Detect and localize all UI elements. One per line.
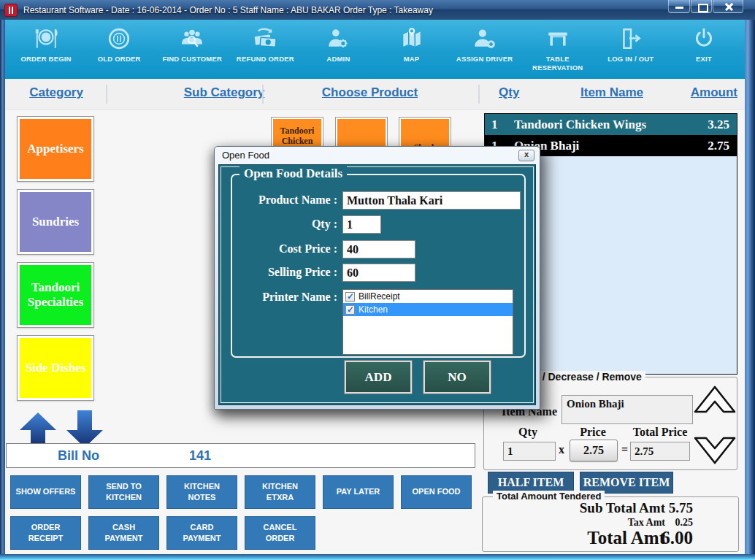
order-receipt-button[interactable]: ORDER RECEIPT <box>10 516 81 550</box>
total-price-field[interactable] <box>630 442 690 461</box>
power-icon <box>691 26 716 51</box>
open-food-button[interactable]: OPEN FOOD <box>401 475 472 509</box>
toolbar-label: REFUND ORDER <box>237 55 294 64</box>
selling-price-label: Selling Price : <box>226 266 337 279</box>
checkbox-checked-icon[interactable] <box>345 292 355 302</box>
close-button[interactable] <box>713 0 743 13</box>
toolbar-label: EXIT <box>696 55 712 64</box>
send-to-kitchen-button[interactable]: SEND TO KITCHEN <box>88 475 159 509</box>
item-name-field[interactable] <box>562 395 693 424</box>
toolbar-refund-order[interactable]: REFUND ORDER <box>229 20 302 79</box>
dialog-body: Open Food Details Product Name : Qty : C… <box>218 164 536 405</box>
order-item-name: Tandoori Chicken Wings <box>514 118 686 132</box>
order-item-amount: 2.75 <box>686 139 737 153</box>
nav-sub-category[interactable]: Sub Category <box>177 85 272 100</box>
product-name-input[interactable] <box>342 191 521 210</box>
window-border-bottom <box>0 554 755 560</box>
qty-input[interactable] <box>342 215 381 234</box>
people-search-icon <box>180 26 204 51</box>
qty-field[interactable] <box>503 442 556 461</box>
person-gear-icon <box>326 26 350 51</box>
pay-later-button[interactable]: PAY LATER <box>323 475 394 509</box>
toolbar-label: TABLE RESERVATION <box>521 55 594 72</box>
show-offers-button[interactable]: SHOW OFFERS <box>10 475 81 509</box>
order-item-amount: 3.25 <box>686 118 737 132</box>
printer-option-label: Kitchen <box>359 304 388 315</box>
category-label: Sundries <box>20 192 91 252</box>
equals-sign: = <box>621 443 628 456</box>
category-label: Side Dishes <box>20 338 91 398</box>
toolbar-order-begin[interactable]: ORDER BEGIN <box>9 20 83 79</box>
maximize-button[interactable] <box>691 0 712 13</box>
price-label: Price <box>569 426 617 439</box>
kitchen-extra-button[interactable]: KITCHEN ETXRA <box>245 475 315 509</box>
window-border-left <box>0 20 5 560</box>
nav-strip: Category Sub Category Choose Product Qty… <box>5 79 745 110</box>
plate-icon <box>34 26 58 51</box>
separator <box>478 85 480 104</box>
map-icon <box>399 26 424 51</box>
bill-no-value: 141 <box>189 448 211 464</box>
dialog-title: Open Food <box>222 150 269 161</box>
top-toolbar: ORDER BEGIN OLD ORDER FIND CUSTOMER REFU… <box>5 20 745 79</box>
toolbar-old-order[interactable]: OLD ORDER <box>83 20 156 79</box>
window-title: Restaurant Software - Date : 16-06-2014 … <box>23 5 433 15</box>
category-label: Appetisers <box>20 119 91 179</box>
no-button[interactable]: NO <box>424 361 491 394</box>
printer-option-billreceipt[interactable]: BillReceipt <box>343 290 513 303</box>
order-item-qty: 1 <box>485 118 514 132</box>
toolbar-find-customer[interactable]: FIND CUSTOMER <box>156 20 229 79</box>
qty-label: Qty <box>505 426 551 439</box>
category-sundries[interactable]: Sundries <box>17 189 94 255</box>
cash-payment-button[interactable]: CASH PAYMENT <box>88 516 159 550</box>
door-arrow-icon <box>618 26 643 51</box>
qty-label: Qty : <box>226 218 337 231</box>
cancel-order-button[interactable]: CANCEL ORDER <box>245 516 315 550</box>
table-icon <box>545 26 570 51</box>
printer-listbox: BillReceipt Kitchen <box>342 289 513 355</box>
category-tandoori-specialties[interactable]: Tandoori Specialties <box>17 262 94 328</box>
bill-no-label: Bill No <box>58 448 99 464</box>
category-appetisers[interactable]: Appetisers <box>17 116 94 182</box>
decrease-chevron-icon[interactable] <box>693 426 737 467</box>
order-row[interactable]: 1 Tandoori Chicken Wings 3.25 <box>485 114 737 135</box>
round-plate-icon <box>107 26 131 51</box>
toolbar-login-out[interactable]: LOG IN / OUT <box>594 20 667 79</box>
order-header-item-name: Item Name <box>564 85 659 100</box>
printer-option-label: BillReceipt <box>359 291 400 302</box>
bill-strip: Bill No 141 <box>6 443 475 468</box>
toolbar-label: MAP <box>404 55 420 64</box>
order-header-amount: Amount <box>691 85 737 100</box>
toolbar-admin[interactable]: ADMIN <box>302 20 375 79</box>
dialog-group-title: Open Food Details <box>239 166 347 181</box>
toolbar-assign-driver[interactable]: ASSIGN DRIVER <box>448 20 521 79</box>
separator <box>262 85 264 104</box>
cost-price-label: Cost Price : <box>226 242 337 256</box>
add-button[interactable]: ADD <box>345 361 412 394</box>
selling-price-input[interactable] <box>342 264 415 282</box>
kitchen-notes-button[interactable]: KITCHEN NOTES <box>166 475 237 509</box>
price-button[interactable]: 2.75 <box>570 440 618 461</box>
times-sign: x <box>559 443 564 456</box>
category-side-dishes[interactable]: Side Dishes <box>17 335 94 401</box>
dialog-close-icon[interactable] <box>518 150 534 161</box>
increase-chevron-icon[interactable] <box>693 383 737 423</box>
toolbar-table-reservation[interactable]: TABLE RESERVATION <box>521 20 594 79</box>
window-border-right <box>745 20 755 560</box>
app-window: Restaurant Software - Date : 16-06-2014 … <box>0 0 755 560</box>
minimize-button[interactable] <box>668 0 690 13</box>
checkbox-checked-icon[interactable] <box>345 305 355 315</box>
toolbar-exit[interactable]: EXIT <box>667 20 740 79</box>
printer-name-label: Printer Name : <box>226 291 337 304</box>
nav-choose-product[interactable]: Choose Product <box>317 85 423 100</box>
separator <box>106 85 107 104</box>
toolbar-label: OLD ORDER <box>98 55 141 64</box>
nav-category[interactable]: Category <box>20 85 93 100</box>
toolbar-label: ORDER BEGIN <box>20 55 71 64</box>
cost-price-input[interactable] <box>342 240 415 258</box>
printer-option-kitchen[interactable]: Kitchen <box>343 303 513 316</box>
main-content: ORDER BEGIN OLD ORDER FIND CUSTOMER REFU… <box>5 20 745 554</box>
card-payment-button[interactable]: CARD PAYMENT <box>166 516 237 550</box>
toolbar-label: FIND CUSTOMER <box>162 55 222 64</box>
toolbar-map[interactable]: MAP <box>375 20 448 79</box>
